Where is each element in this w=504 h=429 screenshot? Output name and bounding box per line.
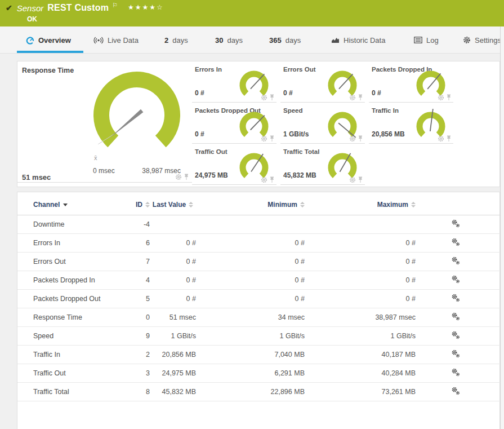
channel-name-cell[interactable]: Response Time	[17, 308, 124, 327]
gauge-title: Response Time	[22, 67, 74, 74]
channel-settings-gears-icon[interactable]	[451, 312, 461, 321]
gauge-scale-min: 0 msec	[93, 167, 115, 175]
channel-last-value-cell: 45,832 MB	[150, 383, 196, 401]
column-header-id[interactable]: ID	[124, 192, 150, 215]
area-chart-icon	[331, 37, 340, 43]
gauge-settings-gear-icon[interactable]	[261, 94, 267, 101]
channel-minimum-cell: 0 #	[196, 290, 305, 308]
pin-gauge-icon[interactable]	[358, 94, 363, 101]
column-header-last-value[interactable]: Last Value	[150, 192, 196, 215]
scrollbar-track[interactable]	[501, 26, 504, 429]
gauge-settings-gear-icon[interactable]	[438, 135, 444, 142]
channel-name-cell[interactable]: Downtime	[17, 215, 124, 234]
channel-maximum-cell: 0 #	[305, 271, 416, 290]
gauge-settings-gear-icon[interactable]	[438, 94, 444, 101]
channel-name-cell[interactable]: Speed	[17, 327, 124, 346]
channel-name-cell[interactable]: Traffic Out	[17, 364, 124, 383]
channel-name-cell[interactable]: Traffic Total	[17, 383, 124, 401]
status-badge: OK	[27, 15, 37, 23]
channel-gauge-cell[interactable]: Errors Out 0 #	[280, 61, 365, 103]
gauge-current-value: 20,856 MB	[372, 130, 405, 138]
channel-gauge-cell[interactable]: Traffic Total 45,832 MB	[280, 144, 365, 185]
gauge-title: Speed	[283, 107, 303, 114]
channel-name-cell[interactable]: Traffic In	[17, 346, 124, 364]
tab-30-days[interactable]: 30 days	[215, 26, 243, 54]
channels-table: Channel ID Last Value Minimum Maximum Do…	[17, 192, 501, 401]
channel-gauge-cell[interactable]: Speed 1 GBit/s	[280, 103, 365, 144]
pin-gauge-icon[interactable]	[358, 176, 363, 183]
column-header-minimum[interactable]: Minimum	[196, 192, 305, 215]
pin-gauge-icon[interactable]	[184, 174, 189, 180]
channel-name-cell[interactable]: Errors In	[17, 234, 124, 253]
gauges-panel: Response Time x̄ 0 msec 38,987 msec 51 m…	[17, 61, 500, 187]
channel-row[interactable]: Response Time 0 51 msec 34 msec 38,987 m…	[17, 308, 501, 327]
pin-gauge-icon[interactable]	[269, 176, 275, 183]
pin-gauge-icon[interactable]	[269, 94, 275, 101]
channel-name-cell[interactable]: Packets Dropped In	[17, 271, 124, 290]
channel-id-cell: 2	[124, 346, 150, 364]
channel-row[interactable]: Downtime -4	[17, 215, 501, 234]
column-header-channel[interactable]: Channel	[17, 192, 124, 215]
channels-panel: Channel ID Last Value Minimum Maximum Do…	[17, 192, 500, 429]
channel-last-value-cell: 24,975 MB	[150, 364, 196, 383]
channel-row[interactable]: Errors In 6 0 # 0 # 0 #	[17, 234, 501, 253]
channel-name-cell[interactable]: Errors Out	[17, 253, 124, 271]
gauge-current-value: 51 msec	[22, 173, 51, 182]
tab-settings[interactable]: Settings	[463, 26, 501, 54]
gauge-settings-gear-icon[interactable]	[261, 135, 267, 142]
channel-settings-gears-icon[interactable]	[451, 275, 461, 284]
favorite-rating[interactable]: ★★★★☆	[128, 3, 164, 11]
gauge-current-value: 1 GBit/s	[283, 130, 309, 138]
channel-settings-gears-icon[interactable]	[451, 294, 461, 302]
column-header-maximum[interactable]: Maximum	[305, 192, 416, 215]
pin-gauge-icon[interactable]	[269, 135, 275, 142]
pin-gauge-icon[interactable]	[446, 94, 452, 101]
channel-minimum-cell: 34 msec	[196, 308, 305, 327]
channel-id-cell: 6	[124, 234, 150, 253]
tab-365-days[interactable]: 365 days	[269, 26, 301, 54]
channel-row[interactable]: Traffic Out 3 24,975 MB 6,291 MB 40,284 …	[17, 364, 501, 383]
channel-row[interactable]: Traffic In 2 20,856 MB 7,040 MB 40,187 M…	[17, 346, 501, 364]
channel-settings-gears-icon[interactable]	[451, 219, 461, 228]
channel-row[interactable]: Packets Dropped In 4 0 # 0 # 0 #	[17, 271, 501, 290]
pin-gauge-icon[interactable]	[446, 135, 452, 142]
gauge-settings-gear-icon[interactable]	[349, 135, 356, 142]
tab-365-days-unit: days	[286, 36, 301, 45]
gauge-settings-gear-icon[interactable]	[175, 174, 182, 180]
channel-gauge-cell[interactable]: Traffic In 20,856 MB	[369, 103, 453, 144]
channel-gauge-cell[interactable]: Packets Dropped Out 0 #	[192, 103, 276, 144]
channel-row[interactable]: Traffic Total 8 45,832 MB 22,896 MB 73,2…	[17, 383, 501, 401]
channel-settings-gears-icon[interactable]	[451, 368, 461, 377]
tab-historic-data[interactable]: Historic Data	[331, 26, 385, 54]
channel-gauge-cell[interactable]: Errors In 0 #	[192, 61, 276, 103]
sort-icon	[189, 202, 193, 207]
gauge-title: Traffic Out	[195, 148, 228, 155]
pin-gauge-icon[interactable]	[358, 135, 363, 142]
channel-settings-gears-icon[interactable]	[451, 256, 461, 265]
channel-gauge-cell[interactable]: Packets Dropped In 0 #	[369, 61, 453, 103]
channel-gauge-cell[interactable]: Traffic Out 24,975 MB	[192, 144, 276, 185]
channel-row[interactable]: Packets Dropped Out 5 0 # 0 # 0 #	[17, 290, 501, 308]
gauge-settings-gear-icon[interactable]	[349, 176, 356, 183]
channel-settings-gears-icon[interactable]	[451, 238, 461, 246]
tab-overview[interactable]: Overview	[26, 26, 71, 54]
tab-log[interactable]: Log	[414, 26, 439, 54]
gauge-current-value: 0 #	[372, 89, 381, 97]
channel-settings-gears-icon[interactable]	[451, 350, 461, 358]
channel-settings-gears-icon[interactable]	[451, 387, 461, 395]
response-time-gauge[interactable]: x̄	[87, 70, 186, 169]
priority-flag-icon[interactable]: ⚐	[112, 2, 118, 9]
sensor-name: REST Custom	[47, 3, 109, 13]
channel-settings-gears-icon[interactable]	[451, 331, 461, 339]
channel-name-cell[interactable]: Packets Dropped Out	[17, 290, 124, 308]
channel-last-value-cell: 51 msec	[150, 308, 196, 327]
tab-live-data[interactable]: Live Data	[93, 26, 139, 54]
tab-2-days[interactable]: 2 days	[164, 26, 188, 54]
gauge-settings-gear-icon[interactable]	[349, 94, 356, 101]
channel-row[interactable]: Errors Out 7 0 # 0 # 0 #	[17, 253, 501, 271]
gauge-title: Errors Out	[283, 66, 316, 73]
response-time-gauge-cell[interactable]: Response Time x̄ 0 msec 38,987 msec 51 m…	[17, 61, 192, 183]
channel-row[interactable]: Speed 9 1 GBit/s 1 GBit/s 1 GBit/s	[17, 327, 501, 346]
gauge-current-value: 45,832 MB	[283, 171, 316, 179]
gauge-settings-gear-icon[interactable]	[261, 176, 267, 183]
